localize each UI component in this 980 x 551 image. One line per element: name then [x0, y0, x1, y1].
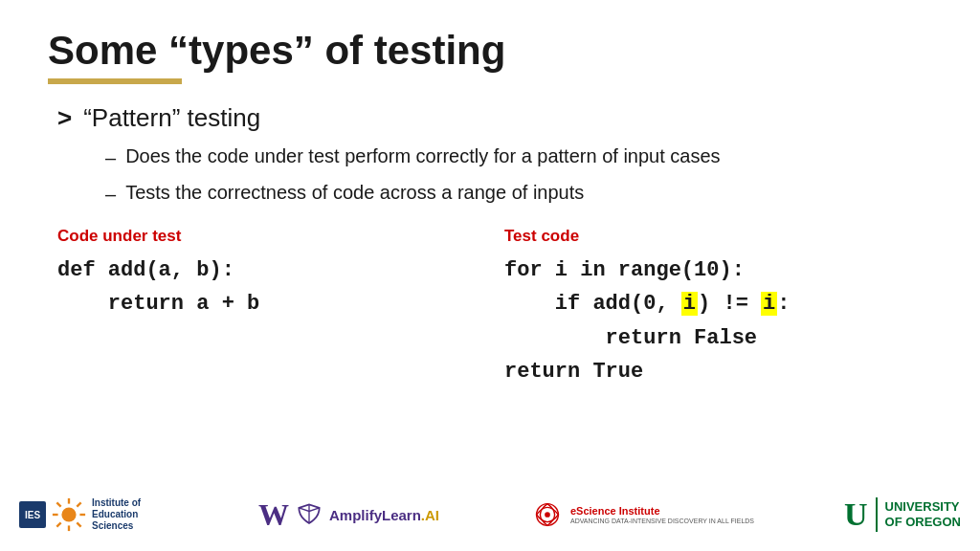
- oregon-u-logo: U: [844, 496, 868, 533]
- escience-subtext: ADVANCING DATA-INTENSIVE DISCOVERY IN AL…: [570, 518, 754, 525]
- test-code-text: for i in range(10): if add(0, i) != i: r…: [504, 253, 932, 388]
- sub-bullet-2: – Tests the correctness of code across a…: [105, 179, 932, 208]
- test-code-block: Test code for i in range(10): if add(0, …: [504, 227, 932, 388]
- oregon-divider: [876, 497, 878, 532]
- ies-sun-icon: [51, 496, 87, 533]
- highlight-i-1: i: [681, 292, 698, 316]
- code-under-test-label: Code under test: [57, 227, 485, 246]
- test-code-line-2: if add(0, i) != i:: [504, 287, 932, 320]
- content-area: > “Pattern” testing – Does the code unde…: [57, 103, 932, 388]
- dash-icon-2: –: [105, 181, 116, 208]
- svg-point-10: [545, 512, 550, 518]
- code-line-1: def add(a, b):: [57, 253, 485, 287]
- slide-title: Some “types” of testing: [48, 29, 932, 73]
- amplify-book-icon: [294, 499, 324, 530]
- amplify-text: AmplifyLearn.AI: [329, 507, 439, 523]
- test-code-label: Test code: [504, 227, 932, 246]
- uw-section: W AmplifyLearn.AI: [258, 497, 439, 533]
- uw-w-logo: W: [258, 497, 289, 533]
- main-bullet-text: “Pattern” testing: [83, 103, 260, 133]
- escience-title: eScience Institute: [570, 505, 676, 518]
- svg-line-5: [56, 502, 60, 506]
- oregon-section: U UNIVERSITYOF OREGON: [844, 496, 961, 533]
- title-underline: [48, 78, 182, 84]
- oregon-text: UNIVERSITYOF OREGON: [885, 499, 961, 529]
- slide: Some “types” of testing > “Pattern” test…: [0, 0, 980, 551]
- escience-text-block: eScience Institute ADVANCING DATA-INTENS…: [570, 505, 754, 525]
- test-code-line-3: return False: [504, 321, 932, 355]
- main-bullet: > “Pattern” testing: [57, 103, 932, 133]
- svg-line-8: [56, 522, 60, 526]
- ies-text: Institute ofEducation Sciences: [92, 497, 168, 532]
- footer: IES Institute ofEducation Sciences W: [0, 490, 980, 540]
- code-section: Code under test def add(a, b): return a …: [57, 227, 932, 388]
- svg-line-7: [77, 502, 80, 506]
- dash-icon-1: –: [105, 144, 116, 171]
- sub-bullet-2-text: Tests the correctness of code across a r…: [125, 179, 584, 206]
- highlight-i-2: i: [761, 292, 777, 316]
- svg-line-6: [77, 522, 80, 526]
- code-under-test-block: Code under test def add(a, b): return a …: [57, 227, 485, 388]
- sub-bullets: – Does the code under test perform corre…: [105, 143, 932, 208]
- ies-logo: IES Institute ofEducation Sciences: [19, 496, 168, 533]
- test-code-line-1: for i in range(10):: [504, 253, 932, 287]
- code-under-test-text: def add(a, b): return a + b: [57, 253, 485, 320]
- escience-icon: [529, 496, 566, 533]
- svg-point-0: [61, 507, 76, 521]
- escience-section: eScience Institute ADVANCING DATA-INTENS…: [529, 496, 754, 533]
- ies-badge: IES: [19, 501, 46, 528]
- arrow-icon: >: [57, 103, 72, 133]
- sub-bullet-1: – Does the code under test perform corre…: [105, 143, 932, 171]
- code-line-2: return a + b: [57, 287, 485, 320]
- test-code-line-4: return True: [504, 355, 932, 388]
- sub-bullet-1-text: Does the code under test perform correct…: [125, 143, 720, 169]
